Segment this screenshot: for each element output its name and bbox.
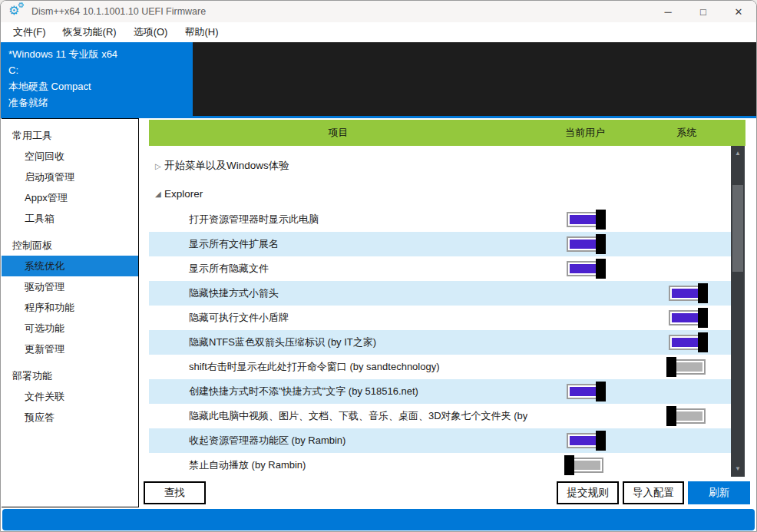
find-button[interactable]: 查找 <box>144 481 206 504</box>
target-status: 准备就绪 <box>8 94 185 111</box>
list-column-header: 项目 当前用户 系统 <box>149 120 745 146</box>
list-row[interactable]: 创建快捷方式时不添"快捷方式"文字 (by 518516.net) <box>149 379 731 404</box>
current-user-cell <box>527 384 643 399</box>
setting-label: 显示所有文件扩展名 <box>149 237 527 251</box>
scroll-up-icon[interactable]: ▲ <box>731 148 745 159</box>
system-cell <box>643 335 731 350</box>
window-controls: ─ □ ✕ <box>650 1 756 22</box>
current-user-cell <box>527 212 643 227</box>
menu-options[interactable]: 选项(O) <box>125 22 177 42</box>
maximize-button[interactable]: □ <box>686 1 721 22</box>
sidebar-group-label: 控制面板 <box>2 235 138 256</box>
vertical-scrollbar[interactable]: ▲ ▼ <box>731 146 745 477</box>
column-header-system: 系统 <box>643 126 731 140</box>
list-row[interactable]: 收起资源管理器功能区 (by Rambin) <box>149 428 731 453</box>
import-config-button[interactable]: 导入配置 <box>623 481 684 504</box>
target-disk-type: 本地硬盘 Compact <box>8 78 185 94</box>
list-row[interactable]: 显示所有文件扩展名 <box>149 232 731 256</box>
setting-label: 隐藏可执行文件小盾牌 <box>149 311 527 325</box>
toggle-switch[interactable] <box>567 384 603 399</box>
toggle-knob <box>666 406 676 426</box>
close-button[interactable]: ✕ <box>721 1 756 22</box>
toggle-knob <box>596 259 606 279</box>
toggle-knob <box>698 332 708 352</box>
app-logo-gears-icon: ⚙ ⚙ <box>8 4 28 19</box>
list-row[interactable]: 隐藏快捷方式小箭头 <box>149 281 731 306</box>
sidebar-item[interactable]: 文件关联 <box>2 386 138 407</box>
window-title: Dism++x64 10.1.1001.10 UEFI Firmware <box>31 6 206 17</box>
target-image-card[interactable]: *Windows 11 专业版 x64 C: 本地硬盘 Compact 准备就绪 <box>1 42 193 116</box>
toggle-switch[interactable] <box>669 359 706 375</box>
refresh-button[interactable]: 刷新 <box>688 481 750 504</box>
menu-recovery[interactable]: 恢复功能(R) <box>55 22 125 42</box>
toggle-knob <box>596 234 606 254</box>
system-cell <box>643 286 731 301</box>
setting-label: 创建快捷方式时不添"快捷方式"文字 (by 518516.net) <box>149 385 527 398</box>
toggle-knob <box>596 382 606 401</box>
toggle-switch[interactable] <box>669 310 706 325</box>
title-bar: ⚙ ⚙ Dism++x64 10.1.1001.10 UEFI Firmware… <box>1 1 756 22</box>
column-header-current-user: 当前用户 <box>527 126 643 140</box>
toggle-switch[interactable] <box>669 408 706 424</box>
list-row[interactable]: shift右击时显示在此处打开命令窗口 (by sandtechnology) <box>149 355 731 379</box>
scrollbar-thumb[interactable] <box>732 185 743 272</box>
toggle-switch[interactable] <box>567 458 603 473</box>
list-row[interactable]: 显示所有隐藏文件 <box>149 256 731 281</box>
gear-icon: ⚙ <box>18 2 25 9</box>
sidebar-group-label: 部署功能 <box>2 365 138 386</box>
list-group-row[interactable]: ◢Explorer <box>149 180 731 207</box>
toggle-knob <box>596 210 606 230</box>
group-label: Explorer <box>164 188 203 200</box>
menu-help[interactable]: 帮助(H) <box>176 22 226 42</box>
sidebar-item[interactable]: 系统优化 <box>2 256 138 276</box>
sidebar-item[interactable]: 工具箱 <box>2 208 138 229</box>
sidebar-item[interactable]: 预应答 <box>2 407 138 428</box>
toggle-switch[interactable] <box>567 236 603 252</box>
setting-label: 禁止自动播放 (by Rambin) <box>149 458 527 472</box>
setting-label: 隐藏快捷方式小箭头 <box>149 286 527 300</box>
toggle-knob <box>596 431 606 451</box>
current-user-cell <box>527 261 643 276</box>
setting-label: 隐藏NTFS蓝色双箭头压缩标识 (by IT之家) <box>149 335 527 349</box>
sidebar-item[interactable]: 驱动管理 <box>2 276 138 297</box>
column-header-item: 项目 <box>149 126 527 140</box>
toggle-switch[interactable] <box>567 261 603 276</box>
list-row[interactable]: 隐藏可执行文件小盾牌 <box>149 306 731 330</box>
sidebar-item[interactable]: 空间回收 <box>2 146 138 167</box>
list-row[interactable]: 禁止自动播放 (by Rambin) <box>149 453 731 477</box>
sidebar-item[interactable]: 更新管理 <box>2 339 138 359</box>
menu-file[interactable]: 文件(F) <box>5 22 55 42</box>
sidebar-group-label: 常用工具 <box>2 125 138 146</box>
sidebar-item[interactable]: 程序和功能 <box>2 297 138 318</box>
toggle-switch[interactable] <box>567 212 603 227</box>
system-cell <box>643 408 731 424</box>
app-window: ⚙ ⚙ Dism++x64 10.1.1001.10 UEFI Firmware… <box>0 0 757 532</box>
list-group-row[interactable]: ▷开始菜单以及Windows体验 <box>149 152 731 180</box>
toggle-knob <box>666 357 676 377</box>
minimize-button[interactable]: ─ <box>650 1 686 22</box>
target-os-name: *Windows 11 专业版 x64 <box>8 46 185 62</box>
collapsed-arrow-icon[interactable]: ▷ <box>149 162 164 170</box>
current-user-cell <box>527 458 643 473</box>
target-image-strip: *Windows 11 专业版 x64 C: 本地硬盘 Compact 准备就绪 <box>1 42 756 118</box>
scroll-down-icon[interactable]: ▼ <box>731 464 745 474</box>
menu-bar: 文件(F) 恢复功能(R) 选项(O) 帮助(H) <box>1 22 756 42</box>
toggle-switch[interactable] <box>669 286 706 301</box>
toggle-switch[interactable] <box>669 335 706 350</box>
toggle-switch[interactable] <box>567 433 603 448</box>
settings-list: ▷开始菜单以及Windows体验◢Explorer打开资源管理器时显示此电脑显示… <box>149 146 731 477</box>
expanded-arrow-icon[interactable]: ◢ <box>149 190 164 198</box>
list-row[interactable]: 打开资源管理器时显示此电脑 <box>149 207 731 232</box>
submit-rules-button[interactable]: 提交规则 <box>557 481 619 504</box>
toggle-knob <box>564 455 574 475</box>
group-label: 开始菜单以及Windows体验 <box>164 159 289 173</box>
sidebar-item[interactable]: 可选功能 <box>2 318 138 339</box>
toggle-knob <box>698 283 708 303</box>
list-row[interactable]: 隐藏NTFS蓝色双箭头压缩标识 (by IT之家) <box>149 330 731 355</box>
list-row[interactable]: 隐藏此电脑中视频、图片、文档、下载、音乐、桌面、3D对象七个文件夹 (by 、C… <box>149 404 731 428</box>
sidebar-item[interactable]: Appx管理 <box>2 187 138 208</box>
system-cell <box>643 359 731 375</box>
current-user-cell <box>527 236 643 252</box>
status-progress-bar <box>2 509 755 530</box>
sidebar-item[interactable]: 启动项管理 <box>2 167 138 187</box>
